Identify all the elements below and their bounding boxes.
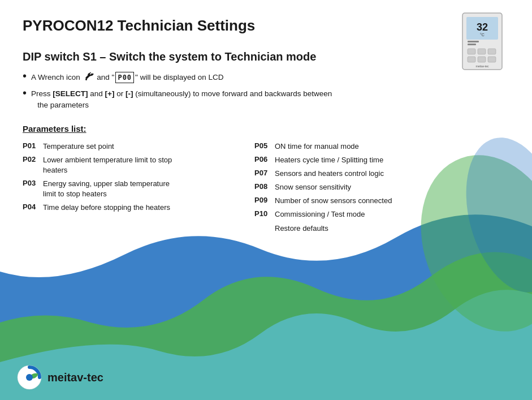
param-row: P09 Number of snow sensors connected bbox=[254, 196, 464, 206]
logo-circle-icon bbox=[17, 365, 42, 390]
page-title: PYROCON12 Technician Settings bbox=[23, 17, 509, 35]
svg-text:°C: °C bbox=[480, 33, 485, 37]
param-code: P07 bbox=[254, 169, 275, 177]
param-code: P10 bbox=[254, 209, 275, 218]
svg-rect-6 bbox=[468, 41, 479, 42]
param-desc: Commissioning / Test mode bbox=[275, 209, 365, 220]
bullet2-or: or bbox=[114, 89, 126, 98]
select-key: [SELECT] bbox=[53, 89, 88, 98]
params-grid: P01 Temperature set point P02 Lower ambi… bbox=[23, 141, 464, 234]
dip-heading: DIP switch S1 – Switch the system to Tec… bbox=[23, 50, 509, 63]
param-row: P05 ON time for manual mode bbox=[254, 141, 464, 152]
param-code: P05 bbox=[254, 141, 275, 150]
param-code: P01 bbox=[23, 141, 43, 150]
bullet1-mid: and " bbox=[97, 73, 114, 81]
svg-text:meitav-tec: meitav-tec bbox=[475, 64, 489, 68]
param-desc: ON time for manual mode bbox=[275, 141, 359, 152]
param-row: P08 Snow sensor sensitivity bbox=[254, 182, 464, 192]
svg-rect-11 bbox=[468, 57, 475, 62]
bullet-dot-2: • bbox=[23, 87, 27, 98]
svg-rect-8 bbox=[468, 49, 475, 54]
params-right-col: P05 ON time for manual mode P06 Heaters … bbox=[254, 141, 464, 234]
svg-rect-13 bbox=[488, 57, 496, 62]
svg-text:32: 32 bbox=[477, 21, 488, 33]
param-desc: Number of snow sensors connected bbox=[275, 196, 392, 206]
bullet-text-2: Press [SELECT] and [+] or [-] (simultane… bbox=[31, 88, 332, 111]
params-left-col: P01 Temperature set point P02 Lower ambi… bbox=[23, 141, 232, 234]
param-desc: Temperature set point bbox=[43, 141, 114, 152]
svg-rect-7 bbox=[468, 44, 476, 45]
param-desc: Lower ambient temperature limit to stoph… bbox=[43, 155, 172, 175]
bullet2-pre: Press bbox=[31, 89, 53, 98]
param-desc: Snow sensor sensitivity bbox=[275, 182, 351, 192]
param-desc: Energy saving, upper slab temperaturelim… bbox=[43, 179, 170, 199]
param-row: P06 Heaters cycle time / Splitting time bbox=[254, 155, 464, 165]
param-desc: Sensors and heaters control logic bbox=[275, 169, 384, 179]
device-image: 32 °C meitav-tec bbox=[460, 10, 516, 72]
param-code: P09 bbox=[254, 196, 275, 204]
param-row: P10 Commissioning / Test mode bbox=[254, 209, 464, 220]
param-row: P04 Time delay before stopping the heate… bbox=[23, 203, 232, 213]
restore-desc: Restore defaults bbox=[275, 223, 328, 234]
param-row: P03 Energy saving, upper slab temperatur… bbox=[23, 179, 232, 199]
bullet1-post: " will be displayed on LCD bbox=[135, 73, 223, 81]
plus-key: [+] bbox=[105, 89, 115, 98]
param-code: P08 bbox=[254, 182, 275, 191]
wrench-icon bbox=[84, 71, 94, 84]
param-row: P07 Sensors and heaters control logic bbox=[254, 169, 464, 179]
param-code: P06 bbox=[254, 155, 275, 164]
param-code: P03 bbox=[23, 179, 43, 187]
params-title: Parameters list: bbox=[23, 124, 509, 134]
svg-point-16 bbox=[26, 374, 33, 381]
param-desc: Time delay before stopping the heaters bbox=[43, 203, 170, 213]
param-row: P02 Lower ambient temperature limit to s… bbox=[23, 155, 232, 175]
bullet-text-1: A Wrench icon and "P00" will be displaye… bbox=[31, 71, 223, 84]
bullet1-pre: A Wrench icon bbox=[31, 73, 80, 81]
param-row: P01 Temperature set point bbox=[23, 141, 232, 152]
restore-row: Restore defaults bbox=[254, 223, 464, 234]
minus-key: [-] bbox=[126, 89, 133, 98]
param-desc: Heaters cycle time / Splitting time bbox=[275, 155, 383, 165]
logo-text: meitav-tec bbox=[47, 371, 103, 384]
bullet-item-2: • Press [SELECT] and [+] or [-] (simulta… bbox=[23, 88, 509, 111]
param-code: P04 bbox=[23, 203, 43, 211]
logo-area: meitav-tec bbox=[17, 365, 103, 390]
svg-rect-12 bbox=[478, 57, 486, 62]
lcd-code: P00 bbox=[115, 72, 134, 83]
param-code: P02 bbox=[23, 155, 43, 164]
svg-rect-10 bbox=[488, 49, 496, 54]
bullet2-mid: and bbox=[88, 89, 105, 98]
bullet-item-1: • A Wrench icon and "P00" will be displa… bbox=[23, 71, 509, 84]
svg-rect-9 bbox=[478, 49, 486, 54]
bullet-dot-1: • bbox=[23, 70, 27, 81]
